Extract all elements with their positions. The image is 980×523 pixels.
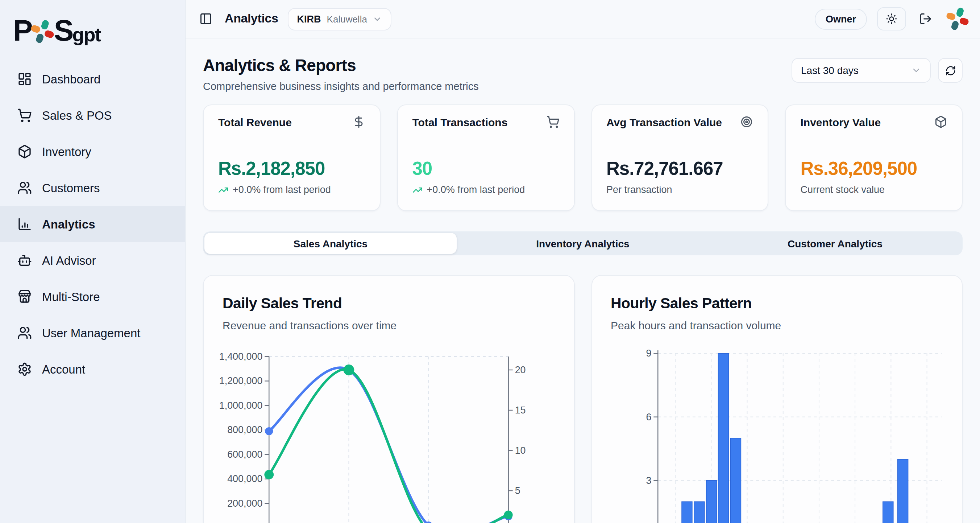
- sidebar-item-label: Customers: [42, 181, 100, 195]
- package-icon: [934, 115, 947, 128]
- svg-text:400,000: 400,000: [227, 473, 262, 484]
- sidebar-item-label: Sales & POS: [42, 108, 112, 122]
- cart-icon: [546, 115, 559, 128]
- avatar[interactable]: [945, 6, 970, 31]
- sidebar-item-user-management[interactable]: User Management: [0, 315, 185, 351]
- logout-button[interactable]: [916, 10, 935, 28]
- dashboard-icon: [18, 72, 32, 86]
- analytics-tabs: Sales Analytics Inventory Analytics Cust…: [203, 231, 963, 255]
- svg-text:600,000: 600,000: [227, 449, 262, 459]
- charts-row: Daily Sales Trend Revenue and transactio…: [203, 274, 963, 523]
- refresh-icon: [945, 65, 956, 76]
- metric-label: Total Revenue: [218, 116, 292, 128]
- chart-title: Daily Sales Trend: [204, 275, 574, 311]
- daily-sales-card: Daily Sales Trend Revenue and transactio…: [203, 274, 574, 523]
- sidebar-item-label: Multi-Store: [42, 290, 100, 304]
- svg-text:3: 3: [646, 475, 651, 486]
- svg-text:1,200,000: 1,200,000: [219, 375, 263, 386]
- metric-value: Rs.72,761.667: [606, 158, 754, 179]
- sidebar: P S gpt Dashboard Sales & POS Inventory …: [0, 0, 186, 523]
- metric-change: +0.0% from last period: [233, 184, 331, 195]
- role-badge[interactable]: Owner: [815, 8, 867, 29]
- refresh-button[interactable]: [938, 58, 963, 83]
- chart-subtitle: Peak hours and transaction volume: [592, 311, 962, 331]
- date-range-value: Last 30 days: [801, 65, 859, 76]
- store-name: Kaluwella: [327, 13, 367, 24]
- sidebar-item-account[interactable]: Account: [0, 351, 185, 387]
- package-icon: [18, 144, 32, 159]
- svg-text:6: 6: [646, 411, 651, 422]
- sidebar-item-label: User Management: [42, 326, 140, 340]
- sidebar-item-analytics[interactable]: Analytics: [0, 206, 185, 242]
- sidebar-item-label: Inventory: [42, 145, 91, 158]
- svg-text:1,000,000: 1,000,000: [219, 400, 263, 411]
- svg-text:10: 10: [515, 445, 526, 456]
- metric-change: +0.0% from last period: [427, 184, 525, 195]
- metric-label: Inventory Value: [800, 116, 881, 128]
- sidebar-item-inventory[interactable]: Inventory: [0, 134, 185, 170]
- svg-text:1,400,000: 1,400,000: [219, 351, 263, 362]
- main-area: Analytics KIRB Kaluwella Owner: [186, 0, 980, 523]
- svg-text:200,000: 200,000: [227, 497, 262, 509]
- bar-chart-icon: [18, 217, 32, 231]
- sidebar-item-sales-pos[interactable]: Sales & POS: [0, 97, 185, 134]
- logo-pinwheel-icon: [30, 19, 56, 44]
- tab-customer-analytics[interactable]: Customer Analytics: [709, 233, 961, 254]
- trending-up-icon: [412, 185, 423, 195]
- hourly-sales-card: Hourly Sales Pattern Peak hours and tran…: [591, 274, 963, 523]
- section-subtitle: Comprehensive business insights and perf…: [203, 81, 479, 92]
- sidebar-item-multi-store[interactable]: Multi-Store: [0, 279, 185, 315]
- logout-icon: [919, 12, 932, 26]
- metric-card-total-transactions: Total Transactions 30 +0.0% from last pe…: [397, 104, 575, 211]
- theme-toggle-button[interactable]: [877, 7, 906, 30]
- store-code: KIRB: [297, 13, 321, 24]
- sidebar-item-label: Dashboard: [42, 72, 100, 86]
- metric-cards: Total Revenue Rs.2,182,850 +0.0% from la…: [203, 104, 963, 211]
- cart-icon: [18, 108, 32, 123]
- metric-value: Rs.2,182,850: [218, 158, 365, 179]
- logo-gpt: gpt: [72, 24, 100, 46]
- logo-letter-p: P: [13, 16, 32, 45]
- sidebar-item-label: Account: [42, 362, 85, 376]
- metric-subtext: Current stock value: [800, 184, 885, 195]
- sidebar-nav: Dashboard Sales & POS Inventory Customer…: [0, 61, 185, 387]
- page-content: Analytics & Reports Comprehensive busine…: [186, 38, 980, 523]
- store-icon: [18, 289, 32, 304]
- tab-sales-analytics[interactable]: Sales Analytics: [204, 233, 457, 254]
- date-range-select[interactable]: Last 30 days: [792, 58, 931, 83]
- panel-left-icon: [199, 12, 212, 26]
- svg-text:20: 20: [515, 364, 526, 375]
- app-window: P S gpt Dashboard Sales & POS Inventory …: [0, 0, 980, 523]
- metric-subtext: Per transaction: [606, 184, 672, 195]
- metric-card-inventory-value: Inventory Value Rs.36,209,500 Current st…: [785, 104, 963, 211]
- tab-inventory-analytics[interactable]: Inventory Analytics: [457, 233, 709, 254]
- chart-title: Hourly Sales Pattern: [592, 275, 962, 311]
- sidebar-item-dashboard[interactable]: Dashboard: [0, 61, 185, 97]
- brand-logo: P S gpt: [0, 0, 185, 51]
- logo-letter-s: S: [54, 16, 73, 45]
- svg-text:800,000: 800,000: [227, 424, 262, 435]
- sidebar-item-ai-advisor[interactable]: AI Advisor: [0, 242, 185, 279]
- dollar-icon: [352, 115, 365, 128]
- metric-label: Total Transactions: [412, 116, 508, 128]
- sidebar-item-label: Analytics: [42, 217, 95, 231]
- metric-value: Rs.36,209,500: [800, 158, 948, 179]
- users-icon: [18, 181, 32, 195]
- top-bar: Analytics KIRB Kaluwella Owner: [186, 0, 980, 38]
- sidebar-toggle-button[interactable]: [196, 10, 215, 28]
- section-title: Analytics & Reports: [203, 56, 479, 75]
- users-icon: [18, 326, 32, 340]
- gear-icon: [18, 362, 32, 376]
- svg-text:15: 15: [515, 404, 526, 415]
- chart-subtitle: Revenue and transactions over time: [204, 311, 574, 331]
- trending-up-icon: [218, 185, 228, 195]
- target-icon: [740, 115, 754, 128]
- metric-card-total-revenue: Total Revenue Rs.2,182,850 +0.0% from la…: [203, 104, 380, 211]
- sidebar-item-customers[interactable]: Customers: [0, 170, 185, 206]
- chevron-down-icon: [373, 14, 382, 24]
- store-selector[interactable]: KIRB Kaluwella: [288, 8, 392, 30]
- sidebar-item-label: AI Advisor: [42, 254, 96, 267]
- sun-icon: [886, 13, 897, 25]
- chevron-down-icon: [911, 65, 921, 75]
- metric-label: Avg Transaction Value: [606, 116, 722, 128]
